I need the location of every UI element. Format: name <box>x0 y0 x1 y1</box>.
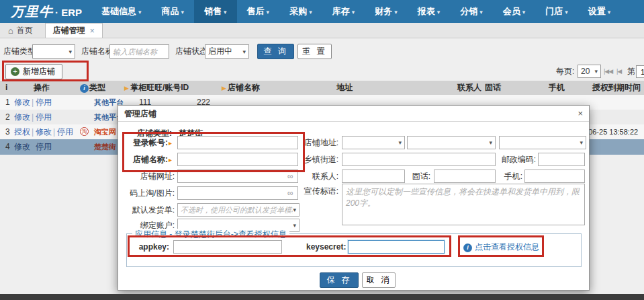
link-icon: ∞ <box>287 169 293 184</box>
edit-link[interactable]: 修改 <box>14 95 30 110</box>
nav-item-purchase[interactable]: 采购▾ <box>279 0 322 23</box>
disable-link[interactable]: 停用 <box>36 139 52 154</box>
dialog-header[interactable]: 管理店铺 × <box>118 106 589 122</box>
nav-item-finance[interactable]: 财务▾ <box>365 0 408 23</box>
chevron-down-icon: ▾ <box>293 207 296 213</box>
nav-item-members[interactable]: 会员▾ <box>493 0 536 23</box>
first-page-icon[interactable]: |◀◀ <box>604 65 612 79</box>
township-label: 乡镇街道: <box>300 152 338 167</box>
nav-item-goods[interactable]: 商品▾ <box>152 0 195 23</box>
search-button[interactable]: 查 询 <box>257 44 294 59</box>
reset-button[interactable]: 重 置 <box>297 44 332 59</box>
chevron-down-icon: ▾ <box>398 139 402 146</box>
edit-link[interactable]: 修改 <box>14 110 30 124</box>
bottom-edge-bar <box>0 294 644 300</box>
edit-link[interactable]: 修改 <box>36 124 52 139</box>
app-window: 万里牛· ERP 基础信息▾ 商品▾ 销售▾ 售后▾ 采购▾ 库存▾ 财务▾ 报… <box>0 0 644 300</box>
store-url-label: 店铺网址: <box>118 169 175 184</box>
tel-input[interactable] <box>434 170 496 183</box>
default-invoice-select[interactable]: 不选时，使用公司的默认发货单模板▾ <box>177 203 300 217</box>
nav-item-after-sales[interactable]: 售后▾ <box>237 0 280 23</box>
view-auth-info-link[interactable]: 点击查看授权信息 <box>475 240 539 254</box>
close-icon[interactable]: × <box>90 26 95 36</box>
store-type-select[interactable]: ▾ <box>32 44 75 59</box>
per-page-label: 每页: <box>556 65 574 79</box>
address-city-select[interactable]: ▾ <box>407 136 496 149</box>
edit-link[interactable]: 修改 <box>14 139 30 154</box>
row-number: 2 <box>5 110 10 124</box>
store-type: 楚楚街 <box>94 139 116 154</box>
keysecret-label: keysecret: <box>306 239 344 254</box>
login-account-input[interactable] <box>177 136 298 149</box>
keysecret-input[interactable] <box>348 240 445 254</box>
manage-store-dialog: 管理店铺 × 店铺类型: 楚楚街 登录帐号:▸ 店铺名称:▸ 店铺网址: ∞ 码… <box>118 105 590 291</box>
close-icon[interactable]: × <box>578 106 583 122</box>
chevron-down-icon: ▾ <box>565 9 568 15</box>
authorize-link[interactable]: 授权 <box>14 124 30 139</box>
column-tool-icon[interactable]: i <box>5 81 7 95</box>
nav-item-stores[interactable]: 门店▾ <box>535 0 578 23</box>
chevron-down-icon: ▾ <box>181 9 185 15</box>
top-nav: 万里牛· ERP 基础信息▾ 商品▾ 销售▾ 售后▾ 采购▾ 库存▾ 财务▾ 报… <box>0 0 644 23</box>
chevron-down-icon: ▾ <box>352 9 355 15</box>
app-info-legend: 应用信息 - 登录楚楚街后台->查看授权信息 <box>132 229 289 240</box>
per-page-select[interactable]: 20▾ <box>578 65 601 78</box>
cancel-button[interactable]: 取 消 <box>362 272 396 288</box>
required-icon: ▸ <box>169 156 172 163</box>
chevron-down-icon: ▾ <box>437 9 441 15</box>
disable-link[interactable]: 停用 <box>36 95 52 110</box>
add-store-button[interactable]: + 新增店铺 <box>5 64 62 79</box>
slogan-textarea[interactable] <box>342 184 585 225</box>
chevron-down-icon: ▾ <box>580 139 583 146</box>
tab-store-management[interactable]: 店铺管理 × <box>45 23 103 38</box>
nav-item-distribution[interactable]: 分销▾ <box>450 0 493 23</box>
header-contact: 联系人 <box>457 81 481 95</box>
main-menu: 基础信息▾ 商品▾ 销售▾ 售后▾ 采购▾ 库存▾ 财务▾ 报表▾ 分销▾ 会员… <box>91 0 620 23</box>
address-district-select[interactable]: ▾ <box>499 136 586 149</box>
mobile-input[interactable] <box>524 170 585 183</box>
page-prefix-label: 第 <box>627 65 635 79</box>
default-invoice-label: 默认发货单: <box>118 202 175 217</box>
mobile-label: 手机: <box>500 169 522 184</box>
disable-link[interactable]: 停用 <box>36 110 52 124</box>
chevron-down-icon: ▾ <box>293 222 296 229</box>
save-button[interactable]: 保 存 <box>320 272 359 288</box>
modal-store-name-input[interactable] <box>177 153 298 166</box>
header-account[interactable]: ▶掌柜旺旺/账号ID <box>124 81 189 96</box>
disable-link[interactable]: 停用 <box>57 124 73 139</box>
page-number-input[interactable] <box>636 65 644 78</box>
prev-page-icon[interactable]: |◀ <box>616 65 621 79</box>
nav-item-inventory[interactable]: 库存▾ <box>322 0 365 23</box>
header-type: 类型 <box>89 81 105 95</box>
tab-home-label: 首页 <box>17 25 33 36</box>
header-mobile: 手机 <box>549 81 565 95</box>
chevron-down-icon: ▾ <box>479 9 483 15</box>
contact-label: 联系人: <box>300 169 338 184</box>
required-icon: ▸ <box>169 139 172 147</box>
chevron-down-icon: ▾ <box>489 139 492 146</box>
chevron-down-icon: ▾ <box>68 48 72 55</box>
chevron-down-icon: ▾ <box>224 9 227 15</box>
nav-item-sales[interactable]: 销售▾ <box>194 0 237 23</box>
store-url-input[interactable] <box>177 170 298 183</box>
msht-image-input[interactable] <box>177 186 298 200</box>
store-address-label: 店铺地址: <box>300 135 338 150</box>
address-province-select[interactable]: ▾ <box>342 136 405 149</box>
chevron-down-icon: ▾ <box>309 9 312 15</box>
contact-input[interactable] <box>342 170 405 183</box>
nav-item-reports[interactable]: 报表▾ <box>408 0 451 23</box>
appkey-input[interactable] <box>173 240 282 254</box>
dialog-title: 管理店铺 <box>124 106 156 122</box>
store-status-select[interactable]: 启用中▾ <box>205 44 249 59</box>
header-store-name[interactable]: ▶店铺名称 <box>222 81 260 96</box>
info-icon: i <box>463 243 472 252</box>
township-input[interactable] <box>342 153 496 166</box>
header-auth-expire: 授权到期时间 <box>592 81 641 95</box>
nav-item-settings[interactable]: 设置▾ <box>578 0 621 23</box>
tab-home[interactable]: ⌂ 首页 <box>0 23 41 38</box>
nav-item-base-info[interactable]: 基础信息▾ <box>91 0 152 23</box>
header-op: 操作 <box>34 81 50 95</box>
postcode-input[interactable] <box>538 153 585 166</box>
header-tel: 固话 <box>485 81 501 95</box>
store-name-input[interactable] <box>109 44 169 59</box>
